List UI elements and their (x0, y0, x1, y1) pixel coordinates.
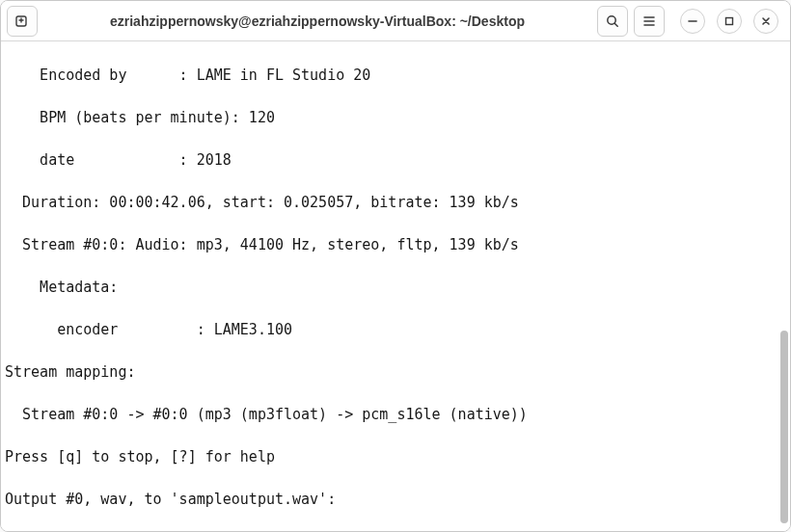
terminal-line: Duration: 00:00:42.06, start: 0.025057, … (5, 192, 788, 213)
terminal-line: BPM (beats per minute): 120 (5, 107, 788, 128)
close-button[interactable] (753, 9, 778, 34)
maximize-button[interactable] (717, 9, 742, 34)
terminal-line: Output #0, wav, to 'sampleoutput.wav': (5, 489, 788, 510)
menu-button[interactable] (634, 6, 665, 37)
hamburger-icon (641, 13, 657, 29)
scrollbar-thumb[interactable] (780, 331, 788, 523)
terminal-line: Metadata: (5, 277, 788, 298)
titlebar-right (597, 6, 784, 37)
search-icon (605, 13, 620, 29)
svg-rect-2 (726, 17, 733, 24)
terminal-line: date : 2018 (5, 149, 788, 171)
terminal-line: encoder : LAME3.100 (5, 319, 788, 340)
window-controls (680, 9, 778, 34)
minimize-button[interactable] (680, 9, 705, 34)
terminal-line: Stream #0:0: Audio: mp3, 44100 Hz, stere… (5, 234, 788, 255)
maximize-icon (723, 15, 735, 27)
new-tab-icon (14, 13, 30, 29)
window-titlebar: ezriahzippernowsky@ezriahzippernowsky-Vi… (1, 1, 790, 41)
window-title: ezriahzippernowsky@ezriahzippernowsky-Vi… (43, 13, 591, 29)
terminal-viewport[interactable]: Encoded by : LAME in FL Studio 20 BPM (b… (1, 41, 790, 531)
search-button[interactable] (597, 6, 628, 37)
terminal-line: Stream #0:0 -> #0:0 (mp3 (mp3float) -> p… (5, 404, 788, 425)
new-tab-button[interactable] (7, 6, 38, 37)
terminal-line: Stream mapping: (5, 361, 788, 383)
close-icon (760, 15, 772, 27)
minimize-icon (687, 15, 698, 27)
terminal-line: Encoded by : LAME in FL Studio 20 (5, 65, 788, 86)
terminal-line: Press [q] to stop, [?] for help (5, 446, 788, 467)
